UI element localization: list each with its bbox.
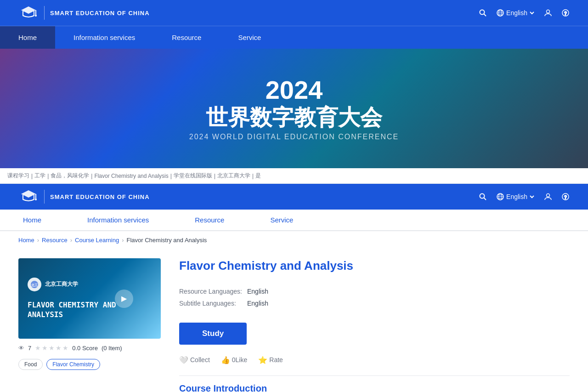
course-detail: Flavor Chemistry and Analysis Resource L… (179, 258, 570, 392)
sticky-logo-divider (44, 190, 45, 204)
university-logo-area: 北工 北京工商大学 (28, 278, 78, 291)
svg-point-24 (547, 194, 550, 197)
like-label: 0Like (232, 356, 247, 364)
play-button[interactable]: ▶ (115, 290, 133, 308)
trail-item-6[interactable]: 北京工商大学 (217, 172, 250, 180)
like-action[interactable]: 👍 0Like (221, 356, 247, 364)
svg-point-11 (547, 10, 550, 13)
university-emblem: 北工 (28, 278, 41, 291)
star-4: ★ (56, 344, 62, 352)
view-count: 7 (28, 345, 31, 352)
study-button[interactable]: Study (179, 323, 247, 345)
svg-text:北工: 北工 (31, 283, 38, 287)
globe-icon (496, 9, 504, 17)
nav-home[interactable]: Home (0, 26, 55, 49)
trail-sep-2: | (47, 173, 49, 179)
sticky-language-selector[interactable]: English (496, 193, 535, 201)
resource-languages-label: Resource Languages: (179, 288, 243, 295)
sticky-globe-icon (496, 193, 504, 201)
sticky-user-icon[interactable] (544, 193, 552, 201)
logo-divider (44, 6, 45, 20)
star-3: ★ (49, 344, 55, 352)
breadcrumb-trail: 课程学习 | 工学 | 食品，风味化学 | Flavor Chemistry a… (0, 168, 588, 184)
tag-food[interactable]: Food (18, 359, 43, 370)
hero-chinese-title: 世界数字教育大会 (189, 104, 399, 131)
breadcrumb-course-learning[interactable]: Course Learning (75, 237, 119, 244)
svg-line-18 (484, 198, 486, 200)
nav-information-services[interactable]: Information services (55, 26, 153, 49)
breadcrumb-current: Flavor Chemistry and Analysis (126, 237, 207, 244)
search-icon[interactable] (479, 9, 487, 17)
main-content: 北工 北京工商大学 FLAVOR CHEMISTRY AND ANALYSIS … (0, 249, 588, 392)
trail-item-5[interactable]: 学堂在线国际版 (174, 172, 212, 180)
trail-item-7[interactable]: 是 (255, 172, 261, 180)
course-thumbnail-title: FLAVOR CHEMISTRY AND ANALYSIS (28, 301, 152, 320)
score-value: 0.0 Score (72, 345, 98, 352)
course-thumbnail: 北工 北京工商大学 FLAVOR CHEMISTRY AND ANALYSIS … (18, 258, 161, 339)
sticky-header: SMART EDUCATION OF CHINA English (0, 184, 588, 210)
svg-point-4 (480, 10, 485, 15)
rate-label: Rate (269, 356, 283, 364)
heart-icon: 🤍 (179, 356, 188, 364)
subtitle-languages-row: Subtitle Languages: English (179, 300, 570, 307)
course-title: Flavor Chemistry and Analysis (179, 258, 570, 274)
collect-label: Collect (190, 356, 210, 364)
hero-english-title: 2024 WORLD DIGITAL EDUCATION CONFERENCE (189, 133, 399, 141)
tag-flavor-chemistry[interactable]: Flavor Chemistry (46, 359, 100, 370)
header-right: English ? (479, 9, 570, 17)
trail-sep-1: | (31, 173, 33, 179)
star-5: ★ (62, 344, 68, 352)
trail-sep-3: | (91, 173, 92, 179)
top-header: SMART EDUCATION OF CHINA English (0, 0, 588, 26)
eye-icon: 👁 (18, 345, 24, 352)
sticky-logo-area: SMART EDUCATION OF CHINA (18, 187, 150, 207)
breadcrumb-resource[interactable]: Resource (42, 237, 68, 244)
breadcrumb-sep-3: › (122, 237, 124, 244)
top-navigation: Home Information services Resource Servi… (0, 26, 588, 49)
sticky-nav-information[interactable]: Information services (64, 210, 172, 231)
sticky-nav-home[interactable]: Home (0, 210, 64, 231)
course-tags: Food Flavor Chemistry (18, 357, 161, 372)
trail-item-4[interactable]: Flavor Chemistry and Analysis (94, 173, 168, 179)
course-intro-heading: Course Introduction (179, 383, 570, 392)
trail-sep-6: | (252, 173, 254, 179)
sticky-search-icon[interactable] (479, 193, 487, 201)
sticky-nav-service[interactable]: Service (247, 210, 316, 231)
svg-point-16 (35, 199, 37, 200)
trail-sep-5: | (214, 173, 215, 179)
breadcrumb-home[interactable]: Home (18, 237, 34, 244)
star-2: ★ (42, 344, 48, 352)
user-icon[interactable] (544, 9, 552, 17)
score-items: (0 Item) (102, 345, 122, 352)
sticky-language-label: English (506, 193, 527, 200)
course-actions: 🤍 Collect 👍 0Like ⭐ Rate (179, 356, 570, 376)
svg-point-17 (480, 194, 485, 199)
trail-item-3[interactable]: 食品，风味化学 (51, 172, 89, 180)
sticky-nav-resource[interactable]: Resource (172, 210, 247, 231)
thumb-icon: 👍 (221, 356, 230, 364)
subtitle-languages-label: Subtitle Languages: (179, 300, 243, 307)
star-1: ★ (35, 344, 41, 352)
language-label: English (506, 9, 527, 17)
logo-area: SMART EDUCATION OF CHINA (18, 3, 150, 23)
trail-item-1[interactable]: 课程学习 (7, 172, 29, 180)
trail-item-2[interactable]: 工学 (34, 172, 45, 180)
nav-resource[interactable]: Resource (153, 26, 220, 49)
sticky-logo-icon (18, 187, 39, 207)
star-rating: ★ ★ ★ ★ ★ (35, 344, 68, 352)
collect-action[interactable]: 🤍 Collect (179, 356, 210, 364)
nav-service[interactable]: Service (220, 26, 279, 49)
resource-languages-value: English (247, 288, 268, 295)
sticky-help-icon[interactable]: ? (561, 193, 570, 201)
rate-action[interactable]: ⭐ Rate (258, 356, 283, 364)
svg-text:?: ? (564, 11, 567, 16)
svg-line-5 (484, 14, 486, 17)
svg-text:?: ? (564, 195, 567, 200)
language-selector[interactable]: English (496, 9, 535, 17)
resource-languages-row: Resource Languages: English (179, 288, 570, 295)
page-breadcrumb: Home › Resource › Course Learning › Flav… (0, 231, 588, 249)
chevron-down-icon (529, 10, 535, 16)
course-meta: 👁 7 ★ ★ ★ ★ ★ 0.0 Score (0 Item) (18, 339, 161, 357)
breadcrumb-sep-1: › (37, 237, 39, 244)
help-icon[interactable]: ? (561, 9, 570, 17)
